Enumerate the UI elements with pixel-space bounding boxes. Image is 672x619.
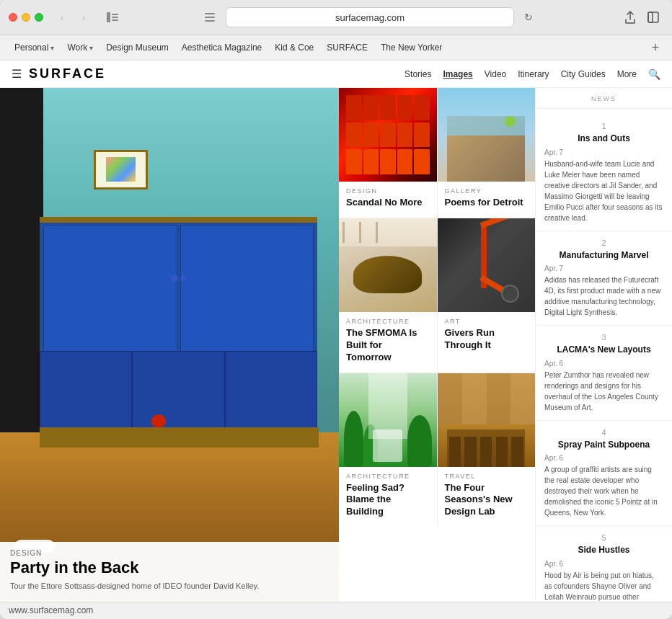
news-title-1: Ins and Outs	[544, 133, 663, 145]
hero-artwork	[94, 150, 148, 190]
article-title-1: Scandal No More	[346, 197, 430, 209]
article-info-3: ARCHITECTURE The SFMOMA Is Built for Tom…	[339, 312, 437, 373]
news-date-2: Apr. 7	[544, 264, 663, 272]
minimize-button[interactable]	[22, 13, 30, 22]
nav-buttons: ‹ ›	[52, 9, 94, 26]
knob-right	[180, 275, 186, 281]
news-text-1: Husband-and-wife team Lucie and Luke Mei…	[544, 159, 663, 223]
article-info-5: ARCHITECTURE Feeling Sad? Blame the Buil…	[339, 467, 437, 527]
news-text-5: Hood by Air is being put on hiatus, as c…	[544, 570, 663, 602]
hamburger-icon	[205, 13, 215, 22]
nav-video[interactable]: Video	[485, 69, 506, 79]
grid-container: DESIGN Scandal No More	[339, 88, 535, 527]
main-layout: ‹ 1 / 3 › DESIGN Party in the Back Tour …	[0, 88, 672, 602]
svg-rect-4	[205, 13, 215, 14]
hero-cabinet-top	[40, 217, 317, 223]
hamburger-menu-button[interactable]	[200, 9, 220, 26]
news-number-1: 1	[544, 122, 663, 130]
svg-rect-1	[112, 14, 118, 15]
bookmark-kid-coe[interactable]: Kid & Coe	[269, 41, 319, 54]
maximize-button[interactable]	[35, 13, 43, 22]
svg-rect-0	[107, 12, 110, 22]
article-card-1[interactable]: DESIGN Scandal No More	[339, 88, 437, 218]
hero-cabinet-lower	[40, 351, 317, 437]
status-url: www.surfacemag.com	[9, 605, 93, 615]
svg-rect-6	[205, 20, 215, 22]
add-bookmark-button[interactable]: +	[647, 40, 663, 55]
news-title-4: Spray Paint Subpoena	[544, 440, 663, 451]
nav-images[interactable]: Images	[443, 69, 472, 79]
article-card-6[interactable]: TRAVEL The Four Seasons's New Design Lab	[438, 373, 536, 527]
bookmark-design-museum[interactable]: Design Museum	[100, 41, 174, 54]
forward-button[interactable]: ›	[74, 9, 94, 26]
hero-image	[0, 88, 339, 602]
news-title-5: Side Hustles	[544, 545, 663, 556]
browser-window: ‹ › surfacemag.com ↻	[0, 0, 672, 619]
article-image-6	[438, 373, 536, 467]
address-bar-container: surfacemag.com ↻	[128, 7, 609, 27]
status-bar: www.surfacemag.com	[0, 602, 672, 619]
svg-rect-3	[112, 19, 118, 21]
bookmark-new-yorker[interactable]: The New Yorker	[375, 41, 448, 54]
back-button[interactable]: ‹	[52, 9, 72, 26]
article-card-2[interactable]: GALLERY Poems for Detroit	[438, 88, 536, 218]
bookmark-kid-coe-label: Kid & Coe	[275, 43, 314, 53]
article-grid: DESIGN Scandal No More	[339, 88, 535, 602]
bookmark-surface[interactable]: SURFACE	[321, 41, 373, 54]
url-text: surfacemag.com	[335, 12, 404, 23]
menu-icon[interactable]: ☰	[12, 67, 22, 81]
news-number-3: 3	[544, 333, 663, 342]
address-bar[interactable]: surfacemag.com	[226, 7, 514, 27]
bookmark-aesthetica[interactable]: Aesthetica Magazine	[176, 41, 268, 54]
new-tab-button[interactable]	[643, 9, 663, 26]
news-number-4: 4	[544, 428, 663, 437]
article-title-6: The Four Seasons's New Design Lab	[445, 482, 529, 519]
nav-more[interactable]: More	[617, 69, 637, 79]
news-item-3[interactable]: 3 LACMA's New Layouts Apr. 6 Peter Zumth…	[536, 326, 672, 421]
article-info-4: ART Givers Run Through It	[438, 312, 536, 360]
article-card-4[interactable]: ART Givers Run Through It	[438, 218, 536, 373]
article-title-5: Feeling Sad? Blame the Building	[346, 482, 430, 519]
search-icon[interactable]: 🔍	[648, 68, 660, 80]
knob-left	[172, 275, 177, 281]
bookmarks-bar: Personal ▾ Work ▾ Design Museum Aestheti…	[0, 35, 672, 61]
news-sidebar: NEWS 1 Ins and Outs Apr. 7 Husband-and-w…	[535, 88, 672, 602]
close-button[interactable]	[9, 13, 17, 22]
nav-stories[interactable]: Stories	[404, 69, 431, 79]
nav-itinerary[interactable]: Itinerary	[518, 69, 549, 79]
article-card-3[interactable]: ARCHITECTURE The SFMOMA Is Built for Tom…	[339, 218, 437, 373]
news-item-1[interactable]: 1 Ins and Outs Apr. 7 Husband-and-wife t…	[536, 115, 672, 231]
news-title-3: LACMA's New Layouts	[544, 344, 663, 356]
article-card-5[interactable]: ARCHITECTURE Feeling Sad? Blame the Buil…	[339, 373, 437, 527]
news-number-2: 2	[544, 239, 663, 247]
article-image-2	[438, 88, 536, 182]
bookmark-work[interactable]: Work ▾	[61, 41, 99, 54]
brand-name: SURFACE	[29, 66, 106, 81]
sidebar-toggle-button[interactable]	[102, 9, 123, 26]
article-category-6: TRAVEL	[445, 473, 529, 480]
news-item-2[interactable]: 2 Manufacturing Marvel Apr. 7 Adidas has…	[536, 231, 672, 326]
news-text-4: A group of graffiti artists are suing th…	[544, 464, 663, 518]
news-text-2: Adidas has released the Futurecraft 4D, …	[544, 275, 663, 318]
news-item-4[interactable]: 4 Spray Paint Subpoena Apr. 6 A group of…	[536, 421, 672, 527]
news-text-3: Peter Zumthor has revealed new rendering…	[544, 370, 663, 413]
news-date-3: Apr. 6	[544, 360, 663, 368]
article-category-5: ARCHITECTURE	[346, 473, 430, 480]
share-button[interactable]	[620, 9, 640, 26]
top-content: ‹ 1 / 3 › DESIGN Party in the Back Tour …	[0, 88, 535, 602]
bookmark-design-museum-label: Design Museum	[106, 43, 169, 53]
surface-navigation: Stories Images Video Itinerary City Guid…	[404, 68, 660, 80]
surface-logo: ☰ SURFACE	[12, 66, 106, 81]
hero-section[interactable]: ‹ 1 / 3 › DESIGN Party in the Back Tour …	[0, 88, 339, 602]
news-date-4: Apr. 6	[544, 454, 663, 462]
bookmark-personal[interactable]: Personal ▾	[9, 41, 60, 54]
bookmark-surface-label: SURFACE	[327, 43, 368, 53]
refresh-button[interactable]: ↻	[520, 9, 537, 26]
news-item-5[interactable]: 5 Side Hustles Apr. 6 Hood by Air is bei…	[536, 526, 672, 602]
article-category-1: DESIGN	[346, 187, 430, 195]
article-info-1: DESIGN Scandal No More	[339, 182, 437, 218]
nav-city-guides[interactable]: City Guides	[561, 69, 606, 79]
tab-icon	[647, 12, 659, 23]
hero-category: DESIGN	[10, 549, 329, 557]
news-header: NEWS	[536, 95, 672, 109]
